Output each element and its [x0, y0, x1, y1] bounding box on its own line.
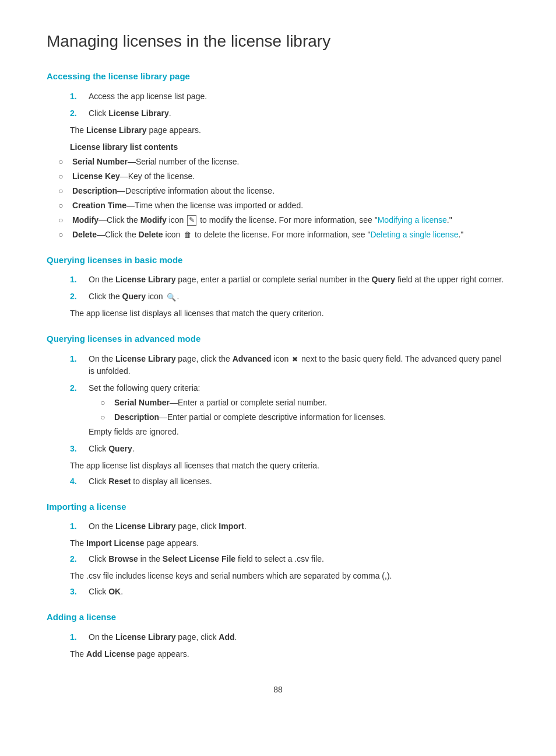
list-item: 2. Click License Library. [47, 107, 509, 120]
bullet-icon: ○ [100, 411, 108, 424]
list-item: 2. Set the following query criteria: ○ S… [47, 382, 509, 438]
step-number: 2. [70, 553, 86, 565]
item-content: License Key—Key of the license. [72, 170, 509, 183]
step-content: Click Browse in the Select License File … [89, 553, 509, 565]
list-item: 1. On the License Library page, click th… [47, 353, 509, 377]
section-heading-importing: Importing a license [47, 501, 509, 514]
bullet-icon: ○ [58, 185, 66, 197]
step-content: Click OK. [89, 586, 509, 598]
step-number: 3. [70, 443, 86, 455]
list-item: 1. On the License Library page, enter a … [47, 274, 509, 286]
bullet-icon: ○ [100, 397, 108, 409]
bullet-icon: ○ [58, 229, 66, 241]
item-content: Serial Number—Serial number of the licen… [72, 156, 509, 168]
list-item: ○ License Key—Key of the license. [47, 170, 509, 183]
list-item: 1. On the License Library page, click Ad… [47, 631, 509, 643]
bullet-icon: ○ [58, 214, 66, 226]
list-item: 1. On the License Library page, click Im… [47, 520, 509, 533]
list-item: ○ Description—Descriptive information ab… [47, 185, 509, 197]
item-content: Description—Enter partial or complete de… [114, 411, 509, 424]
list-item: 1. Access the app license list page. [47, 90, 509, 103]
bold-text: License Library [86, 125, 147, 135]
list-item: ○ Delete—Click the Delete icon 🗑 to dele… [47, 229, 509, 241]
querying-advanced-step4: 4. Click Reset to display all licenses. [47, 475, 509, 488]
step-content: On the License Library page, click Add. [89, 631, 509, 643]
link-deleting[interactable]: Deleting a single license [370, 230, 458, 239]
bullet-icon: ○ [58, 200, 66, 212]
querying-basic-steps: 1. On the License Library page, enter a … [47, 274, 509, 303]
section-heading-querying-basic: Querying licenses in basic mode [47, 254, 509, 267]
step-content: Click Reset to display all licenses. [89, 475, 509, 488]
item-content: Serial Number—Enter a partial or complet… [114, 397, 509, 409]
section-querying-advanced: Querying licenses in advanced mode 1. On… [47, 332, 509, 488]
advanced-icon: ✖ [292, 354, 298, 365]
section-heading-querying-advanced: Querying licenses in advanced mode [47, 332, 509, 346]
step-content: Set the following query criteria: ○ Seri… [89, 382, 509, 438]
step-number: 1. [70, 274, 86, 286]
query-icon: 🔍 [167, 292, 176, 303]
section-heading-adding: Adding a license [47, 611, 509, 624]
follow-on-text: The app license list displays all licens… [47, 460, 509, 472]
sub-heading-license-list: License library list contents [47, 141, 509, 153]
step-content: On the License Library page, click the A… [89, 353, 509, 377]
section-querying-basic: Querying licenses in basic mode 1. On th… [47, 254, 509, 320]
step-number: 1. [70, 631, 86, 643]
importing-steps-3: 3. Click OK. [47, 586, 509, 598]
bullet-icon: ○ [58, 156, 66, 168]
step-content: Access the app license list page. [89, 90, 509, 103]
list-item: ○ Description—Enter partial or complete … [89, 411, 509, 424]
section-heading-accessing: Accessing the license library page [47, 70, 509, 83]
step-number: 2. [70, 107, 86, 120]
follow-on-text: The .csv file includes license keys and … [47, 570, 509, 582]
section-importing: Importing a license 1. On the License Li… [47, 501, 509, 598]
querying-advanced-steps: 1. On the License Library page, click th… [47, 353, 509, 455]
list-item: 4. Click Reset to display all licenses. [47, 475, 509, 488]
delete-icon: 🗑 [184, 229, 191, 241]
item-content: Delete—Click the Delete icon 🗑 to delete… [72, 229, 509, 241]
follow-on-text: The app license list displays all licens… [47, 307, 509, 320]
step-content: On the License Library page, click Impor… [89, 520, 509, 533]
list-item: ○ Serial Number—Serial number of the lic… [47, 156, 509, 168]
query-criteria-list: ○ Serial Number—Enter a partial or compl… [89, 397, 509, 424]
item-content: Description—Descriptive information abou… [72, 185, 509, 197]
step-number: 2. [70, 290, 86, 303]
list-item: 2. Click the Query icon 🔍. [47, 290, 509, 303]
step-content: On the License Library page, enter a par… [89, 274, 509, 286]
step-number: 4. [70, 475, 86, 488]
modify-icon: ✎ [187, 215, 196, 226]
page-title: Managing licenses in the license library [47, 29, 509, 54]
item-content: Creation Time—Time when the license was … [72, 200, 509, 212]
follow-on-text: The Add License page appears. [47, 648, 509, 660]
bullet-icon: ○ [58, 170, 66, 183]
item-content: Modify—Click the Modify icon ✎ to modify… [72, 214, 509, 226]
list-item: ○ Serial Number—Enter a partial or compl… [89, 397, 509, 409]
importing-steps-2: 2. Click Browse in the Select License Fi… [47, 553, 509, 565]
page-number: 88 [47, 684, 509, 696]
bold-text: License Library [108, 108, 169, 118]
step-content: Click Query. [89, 443, 509, 455]
list-item: 2. Click Browse in the Select License Fi… [47, 553, 509, 565]
step-content: Click License Library. [89, 107, 509, 120]
list-item: ○ Modify—Click the Modify icon ✎ to modi… [47, 214, 509, 226]
accessing-steps: 1. Access the app license list page. 2. … [47, 90, 509, 120]
section-accessing: Accessing the license library page 1. Ac… [47, 70, 509, 241]
step-number: 1. [70, 520, 86, 533]
step-number: 2. [70, 382, 86, 438]
step-number: 3. [70, 586, 86, 598]
step-number: 1. [70, 90, 86, 103]
importing-steps: 1. On the License Library page, click Im… [47, 520, 509, 533]
step-number: 1. [70, 353, 86, 377]
list-item: ○ Creation Time—Time when the license wa… [47, 200, 509, 212]
section-adding: Adding a license 1. On the License Libra… [47, 611, 509, 660]
list-item: 3. Click Query. [47, 443, 509, 455]
license-list-contents: ○ Serial Number—Serial number of the lic… [47, 156, 509, 241]
step-content: Click the Query icon 🔍. [89, 290, 509, 303]
link-modifying[interactable]: Modifying a license [378, 215, 447, 225]
follow-on-text: The License Library page appears. [47, 124, 509, 136]
list-item: 3. Click OK. [47, 586, 509, 598]
follow-on-text: The Import License page appears. [47, 537, 509, 550]
adding-steps: 1. On the License Library page, click Ad… [47, 631, 509, 643]
